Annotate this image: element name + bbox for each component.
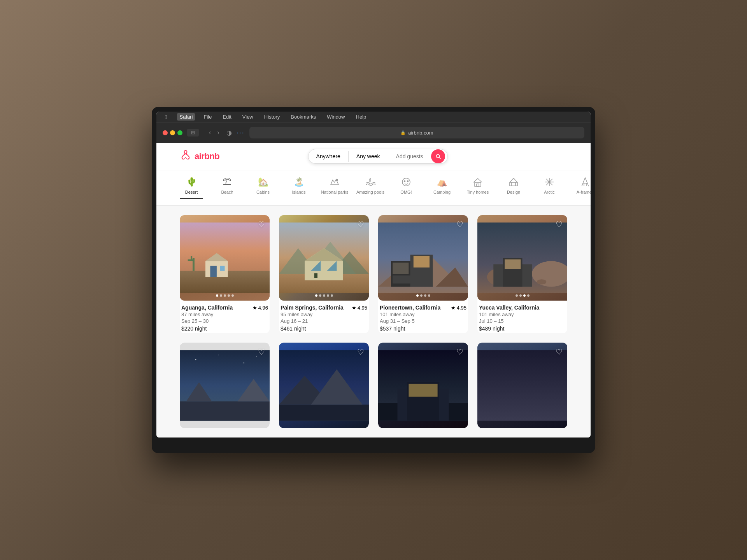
design-icon xyxy=(509,177,519,187)
airbnb-logo[interactable]: airbnb xyxy=(180,149,219,164)
category-cabins[interactable]: 🏡 Cabins xyxy=(251,177,275,199)
svg-point-4 xyxy=(404,181,405,182)
laptop-frame:  Safari File Edit View History Bookmark… xyxy=(152,107,595,453)
svg-rect-58 xyxy=(180,401,270,421)
listing-title-2: Palm Springs, California xyxy=(281,304,344,311)
dot xyxy=(516,294,518,297)
camping-icon: ⛺ xyxy=(437,177,447,187)
svg-rect-8 xyxy=(510,182,517,186)
svg-rect-62 xyxy=(279,405,369,421)
listing-dates-2: Aug 16 – 21 xyxy=(281,318,367,324)
search-button[interactable] xyxy=(431,149,445,163)
lock-icon: 🔒 xyxy=(400,130,406,135)
category-a-frames[interactable]: A-frames xyxy=(573,177,591,199)
listing-card-1[interactable]: ♡ Aguanga, California xyxy=(180,215,270,333)
second-row-grid: ♡ xyxy=(180,343,567,428)
category-omg[interactable]: OMG! xyxy=(395,177,418,199)
anywhere-pill[interactable]: Anywhere xyxy=(309,149,348,163)
chrome-bar: ⊞ ‹ › ◑ ··· 🔒 airbnb.com xyxy=(156,122,591,143)
minimize-button[interactable] xyxy=(170,130,175,135)
second-row-card-3[interactable]: ♡ xyxy=(378,343,468,428)
help-menu[interactable]: Help xyxy=(354,113,369,121)
category-design[interactable]: Design xyxy=(502,177,525,199)
listing-card-4[interactable]: ♡ Yucca Valley, California xyxy=(477,215,567,333)
listing-rating-1: ★ 4.96 xyxy=(253,305,268,311)
svg-point-15 xyxy=(549,181,550,183)
forward-arrow[interactable]: › xyxy=(215,128,221,137)
search-bar[interactable]: Anywhere Any week Add guests xyxy=(308,149,448,164)
rating-value-2: 4.95 xyxy=(358,305,367,311)
second-row-favorite-2[interactable]: ♡ xyxy=(357,347,364,357)
listing-dates-3: Aug 31 – Sep 5 xyxy=(380,318,466,324)
dot xyxy=(519,294,522,297)
second-row-card-2[interactable]: ♡ xyxy=(279,343,369,428)
dot xyxy=(428,294,430,297)
category-beach[interactable]: ⛱ Beach xyxy=(216,177,239,199)
second-row-image-2: ♡ xyxy=(279,343,369,428)
listing-image-2: ♡ xyxy=(279,215,369,301)
category-camping[interactable]: ⛺ Camping xyxy=(430,177,454,199)
category-arctic[interactable]: Arctic xyxy=(538,177,561,199)
edit-menu[interactable]: Edit xyxy=(220,113,233,121)
second-row-image-1: ♡ xyxy=(180,343,270,428)
category-desert[interactable]: 🌵 Desert xyxy=(180,177,203,199)
address-bar[interactable]: 🔒 airbnb.com xyxy=(249,127,584,138)
dot xyxy=(424,294,426,297)
favorite-btn-1[interactable]: ♡ xyxy=(258,220,265,229)
category-tiny-homes[interactable]: Tiny homes xyxy=(466,177,489,199)
night-label-4: night xyxy=(493,326,504,332)
category-national-parks[interactable]: National parks xyxy=(323,177,346,199)
second-row-favorite-3[interactable]: ♡ xyxy=(456,347,463,357)
sidebar-toggle[interactable]: ⊞ xyxy=(187,129,199,136)
arctic-label: Arctic xyxy=(544,190,555,194)
second-row-favorite-1[interactable]: ♡ xyxy=(258,347,265,357)
listing-image-4: ♡ xyxy=(477,215,567,301)
listing-info-1: Aguanga, California ★ 4.96 87 miles away… xyxy=(180,301,270,333)
second-row-image-3: ♡ xyxy=(378,343,468,428)
favorite-btn-2[interactable]: ♡ xyxy=(357,220,364,229)
second-row-card-4[interactable]: ♡ xyxy=(477,343,567,428)
second-row-image-4: ♡ xyxy=(477,343,567,428)
view-menu[interactable]: View xyxy=(240,113,256,121)
bookmarks-menu[interactable]: Bookmarks xyxy=(288,113,318,121)
listings-grid: ♡ Aguanga, California xyxy=(180,215,567,333)
tiny-homes-label: Tiny homes xyxy=(467,190,489,194)
svg-rect-45 xyxy=(393,275,431,284)
maximize-button[interactable] xyxy=(177,130,182,135)
add-guests-pill[interactable]: Add guests xyxy=(388,149,431,163)
extensions-btn[interactable]: ··· xyxy=(237,129,245,137)
apple-logo[interactable]:  xyxy=(163,113,169,121)
listing-rating-2: ★ 4.95 xyxy=(352,305,367,311)
svg-rect-23 xyxy=(210,266,217,277)
amazing-pools-label: Amazing pools xyxy=(356,190,384,194)
any-week-pill[interactable]: Any week xyxy=(349,149,388,163)
file-menu[interactable]: File xyxy=(201,113,214,121)
svg-point-52 xyxy=(537,279,547,284)
cabins-label: Cabins xyxy=(256,190,270,194)
design-label: Design xyxy=(507,190,520,194)
safari-menu[interactable]: Safari xyxy=(177,113,195,121)
listing-card-2[interactable]: ♡ Palm Springs, California xyxy=(279,215,369,333)
category-islands[interactable]: 🏝️ Islands xyxy=(287,177,310,199)
listing-card-3[interactable]: ♡ Pioneertown, California xyxy=(378,215,468,333)
star-icon-1: ★ xyxy=(253,305,257,311)
svg-point-57 xyxy=(256,356,257,357)
close-button[interactable] xyxy=(163,130,168,135)
back-arrow[interactable]: ‹ xyxy=(207,128,213,137)
category-amazing-pools[interactable]: Amazing pools xyxy=(359,177,382,199)
listing-title-3: Pioneertown, California xyxy=(380,304,440,311)
second-row-favorite-4[interactable]: ♡ xyxy=(556,347,563,357)
favorite-btn-3[interactable]: ♡ xyxy=(456,220,463,229)
dot xyxy=(527,294,530,297)
dot xyxy=(220,294,222,297)
national-parks-icon xyxy=(330,177,340,187)
window-menu[interactable]: Window xyxy=(324,113,347,121)
second-row-card-1[interactable]: ♡ xyxy=(180,343,270,428)
listing-miles-4: 101 miles away xyxy=(479,312,566,317)
beach-label: Beach xyxy=(221,190,233,194)
dot xyxy=(416,294,419,297)
history-menu[interactable]: History xyxy=(262,113,282,121)
national-parks-label: National parks xyxy=(321,190,348,194)
arctic-icon xyxy=(544,177,554,187)
favorite-btn-4[interactable]: ♡ xyxy=(556,220,563,229)
